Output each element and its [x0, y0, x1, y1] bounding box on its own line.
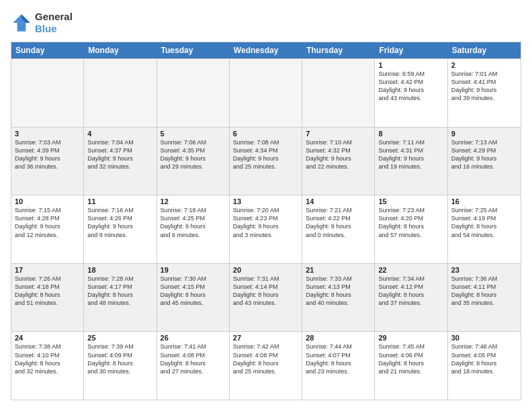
day-number: 2 — [451, 61, 517, 69]
day-cell-3: 3Sunrise: 7:03 AM Sunset: 4:39 PM Daylig… — [11, 128, 84, 195]
day-number: 26 — [161, 334, 226, 342]
day-cell-13: 13Sunrise: 7:20 AM Sunset: 4:23 PM Dayli… — [230, 195, 302, 263]
calendar-body: 1Sunrise: 6:59 AM Sunset: 4:42 PM Daylig… — [11, 58, 521, 400]
day-cell-8: 8Sunrise: 7:11 AM Sunset: 4:31 PM Daylig… — [375, 128, 447, 195]
day-info: Sunrise: 7:28 AM Sunset: 4:17 PM Dayligh… — [87, 275, 152, 308]
day-info: Sunrise: 6:59 AM Sunset: 4:42 PM Dayligh… — [378, 70, 443, 103]
day-info: Sunrise: 7:41 AM Sunset: 4:08 PM Dayligh… — [161, 342, 226, 375]
header: General Blue — [11, 11, 521, 35]
day-number: 6 — [233, 130, 298, 138]
day-number: 24 — [15, 334, 80, 342]
day-cell-7: 7Sunrise: 7:10 AM Sunset: 4:32 PM Daylig… — [302, 128, 375, 195]
day-number: 3 — [15, 130, 80, 138]
calendar-row-3: 10Sunrise: 7:15 AM Sunset: 4:28 PM Dayli… — [11, 195, 521, 263]
day-cell-9: 9Sunrise: 7:13 AM Sunset: 4:29 PM Daylig… — [448, 128, 521, 195]
day-cell-12: 12Sunrise: 7:18 AM Sunset: 4:25 PM Dayli… — [157, 195, 230, 263]
day-cell-28: 28Sunrise: 7:44 AM Sunset: 4:07 PM Dayli… — [302, 332, 375, 400]
day-number: 1 — [378, 61, 443, 69]
day-number: 20 — [233, 266, 298, 274]
day-cell-21: 21Sunrise: 7:33 AM Sunset: 4:13 PM Dayli… — [302, 264, 375, 332]
day-cell-2: 2Sunrise: 7:01 AM Sunset: 4:41 PM Daylig… — [448, 59, 521, 127]
day-cell-17: 17Sunrise: 7:26 AM Sunset: 4:18 PM Dayli… — [11, 264, 84, 332]
day-cell-20: 20Sunrise: 7:31 AM Sunset: 4:14 PM Dayli… — [230, 264, 302, 332]
day-info: Sunrise: 7:23 AM Sunset: 4:20 PM Dayligh… — [378, 206, 443, 239]
day-info: Sunrise: 7:39 AM Sunset: 4:09 PM Dayligh… — [87, 342, 152, 375]
day-info: Sunrise: 7:30 AM Sunset: 4:15 PM Dayligh… — [161, 275, 226, 308]
empty-cell — [302, 59, 375, 127]
day-number: 30 — [451, 334, 517, 342]
day-number: 21 — [306, 266, 371, 274]
empty-cell — [230, 59, 302, 127]
day-cell-25: 25Sunrise: 7:39 AM Sunset: 4:09 PM Dayli… — [84, 332, 157, 400]
weekday-header-tuesday: Tuesday — [157, 42, 230, 58]
empty-cell — [11, 59, 84, 127]
calendar-row-2: 3Sunrise: 7:03 AM Sunset: 4:39 PM Daylig… — [11, 127, 521, 195]
day-number: 27 — [233, 334, 298, 342]
day-info: Sunrise: 7:06 AM Sunset: 4:35 PM Dayligh… — [161, 138, 226, 171]
calendar-row-4: 17Sunrise: 7:26 AM Sunset: 4:18 PM Dayli… — [11, 263, 521, 332]
weekday-header-monday: Monday — [84, 42, 157, 58]
day-number: 7 — [306, 130, 371, 138]
day-number: 4 — [87, 130, 152, 138]
weekday-header-friday: Friday — [375, 42, 447, 58]
day-number: 9 — [451, 130, 517, 138]
day-number: 18 — [87, 266, 152, 274]
logo-icon — [11, 12, 32, 34]
day-info: Sunrise: 7:33 AM Sunset: 4:13 PM Dayligh… — [306, 275, 371, 308]
day-cell-29: 29Sunrise: 7:45 AM Sunset: 4:06 PM Dayli… — [375, 332, 447, 400]
day-info: Sunrise: 7:44 AM Sunset: 4:07 PM Dayligh… — [306, 342, 371, 375]
day-number: 13 — [233, 197, 298, 205]
day-cell-23: 23Sunrise: 7:36 AM Sunset: 4:11 PM Dayli… — [448, 264, 521, 332]
day-info: Sunrise: 7:15 AM Sunset: 4:28 PM Dayligh… — [15, 206, 80, 239]
day-number: 5 — [161, 130, 226, 138]
day-cell-18: 18Sunrise: 7:28 AM Sunset: 4:17 PM Dayli… — [84, 264, 157, 332]
day-cell-6: 6Sunrise: 7:08 AM Sunset: 4:34 PM Daylig… — [230, 128, 302, 195]
logo-text: General Blue — [35, 11, 73, 35]
page: General Blue SundayMondayTuesdayWednesda… — [0, 0, 532, 411]
day-cell-24: 24Sunrise: 7:38 AM Sunset: 4:10 PM Dayli… — [11, 332, 84, 400]
day-info: Sunrise: 7:03 AM Sunset: 4:39 PM Dayligh… — [15, 138, 80, 171]
day-info: Sunrise: 7:38 AM Sunset: 4:10 PM Dayligh… — [15, 342, 80, 375]
day-info: Sunrise: 7:10 AM Sunset: 4:32 PM Dayligh… — [306, 138, 371, 171]
day-cell-4: 4Sunrise: 7:04 AM Sunset: 4:37 PM Daylig… — [84, 128, 157, 195]
day-cell-27: 27Sunrise: 7:42 AM Sunset: 4:08 PM Dayli… — [230, 332, 302, 400]
day-cell-1: 1Sunrise: 6:59 AM Sunset: 4:42 PM Daylig… — [375, 59, 447, 127]
weekday-header-saturday: Saturday — [448, 42, 521, 58]
day-number: 15 — [378, 197, 443, 205]
day-number: 25 — [87, 334, 152, 342]
day-info: Sunrise: 7:16 AM Sunset: 4:26 PM Dayligh… — [87, 206, 152, 239]
weekday-header-thursday: Thursday — [302, 42, 375, 58]
day-number: 28 — [306, 334, 371, 342]
day-info: Sunrise: 7:20 AM Sunset: 4:23 PM Dayligh… — [233, 206, 298, 239]
day-cell-15: 15Sunrise: 7:23 AM Sunset: 4:20 PM Dayli… — [375, 195, 447, 263]
calendar-row-5: 24Sunrise: 7:38 AM Sunset: 4:10 PM Dayli… — [11, 331, 521, 400]
day-cell-19: 19Sunrise: 7:30 AM Sunset: 4:15 PM Dayli… — [157, 264, 230, 332]
day-info: Sunrise: 7:08 AM Sunset: 4:34 PM Dayligh… — [233, 138, 298, 171]
day-info: Sunrise: 7:01 AM Sunset: 4:41 PM Dayligh… — [451, 70, 517, 103]
day-info: Sunrise: 7:31 AM Sunset: 4:14 PM Dayligh… — [233, 275, 298, 308]
day-cell-26: 26Sunrise: 7:41 AM Sunset: 4:08 PM Dayli… — [157, 332, 230, 400]
calendar: SundayMondayTuesdayWednesdayThursdayFrid… — [11, 42, 521, 400]
day-number: 12 — [161, 197, 226, 205]
day-number: 17 — [15, 266, 80, 274]
calendar-header: SundayMondayTuesdayWednesdayThursdayFrid… — [11, 42, 521, 58]
day-cell-5: 5Sunrise: 7:06 AM Sunset: 4:35 PM Daylig… — [157, 128, 230, 195]
day-info: Sunrise: 7:36 AM Sunset: 4:11 PM Dayligh… — [451, 275, 517, 308]
day-cell-16: 16Sunrise: 7:25 AM Sunset: 4:19 PM Dayli… — [448, 195, 521, 263]
empty-cell — [157, 59, 230, 127]
day-number: 22 — [378, 266, 443, 274]
day-info: Sunrise: 7:42 AM Sunset: 4:08 PM Dayligh… — [233, 342, 298, 375]
day-info: Sunrise: 7:34 AM Sunset: 4:12 PM Dayligh… — [378, 275, 443, 308]
day-info: Sunrise: 7:26 AM Sunset: 4:18 PM Dayligh… — [15, 275, 80, 308]
weekday-header-sunday: Sunday — [11, 42, 84, 58]
day-info: Sunrise: 7:21 AM Sunset: 4:22 PM Dayligh… — [306, 206, 371, 239]
day-cell-22: 22Sunrise: 7:34 AM Sunset: 4:12 PM Dayli… — [375, 264, 447, 332]
day-number: 19 — [161, 266, 226, 274]
day-info: Sunrise: 7:11 AM Sunset: 4:31 PM Dayligh… — [378, 138, 443, 171]
day-number: 14 — [306, 197, 371, 205]
day-info: Sunrise: 7:13 AM Sunset: 4:29 PM Dayligh… — [451, 138, 517, 171]
empty-cell — [84, 59, 157, 127]
logo: General Blue — [11, 11, 73, 35]
day-cell-14: 14Sunrise: 7:21 AM Sunset: 4:22 PM Dayli… — [302, 195, 375, 263]
day-cell-11: 11Sunrise: 7:16 AM Sunset: 4:26 PM Dayli… — [84, 195, 157, 263]
